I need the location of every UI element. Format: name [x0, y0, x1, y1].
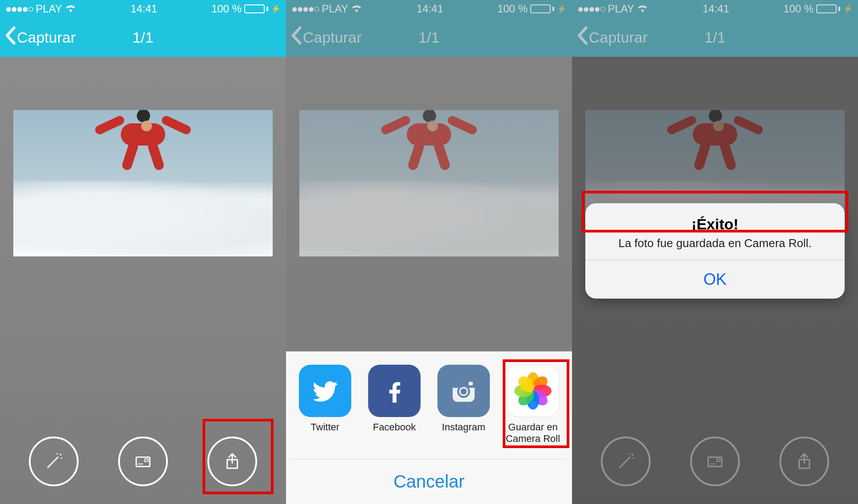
nav-bar: Capturar 1/1 [0, 18, 286, 57]
wifi-icon [351, 3, 362, 15]
battery-pct: 100 % [783, 3, 814, 15]
share-label: Facebook [373, 421, 416, 445]
svg-rect-11 [469, 382, 473, 385]
share-label: Twitter [311, 421, 340, 445]
share-item-instagram[interactable]: Instagram [431, 365, 496, 445]
status-time: 14:41 [417, 3, 443, 15]
carrier-label: PLAY [36, 3, 62, 15]
alert-ok-button[interactable]: OK [585, 260, 845, 299]
battery-icon [530, 4, 554, 13]
battery-pct: 100 % [211, 3, 242, 15]
back-button: Capturar [572, 26, 647, 48]
svg-point-10 [461, 389, 467, 395]
back-label: Capturar [589, 29, 647, 46]
share-button[interactable] [207, 437, 257, 486]
postcard-button[interactable] [118, 437, 168, 486]
screen-2-share-sheet: ●●●●○ PLAY 14:41 100 % ⚡ Capturar 1/1 [286, 0, 572, 504]
chevron-left-icon [576, 26, 588, 48]
nav-bar: Capturar 1/1 [572, 18, 858, 57]
back-button[interactable]: Capturar [0, 26, 75, 48]
captured-photo[interactable] [13, 110, 273, 256]
svg-point-2 [60, 457, 62, 459]
svg-point-1 [56, 453, 58, 454]
share-item-facebook[interactable]: Facebook [362, 365, 427, 445]
screen-3-success-alert: ●●●●○ PLAY 14:41 100 % ⚡ Capturar 1/1 [572, 0, 858, 504]
magic-wand-button[interactable] [29, 437, 79, 486]
share-label: Instagram [442, 421, 485, 445]
twitter-icon [299, 365, 351, 417]
battery-icon [816, 4, 840, 13]
facebook-icon [368, 365, 421, 417]
content-area [0, 57, 286, 504]
signal-dots-icon: ●●●●○ [291, 3, 319, 15]
nav-bar: Capturar 1/1 [286, 18, 572, 57]
chevron-left-icon [4, 26, 16, 48]
back-button: Capturar [286, 26, 361, 48]
bottom-toolbar [0, 437, 286, 486]
share-label: Guardar en Camera Roll [500, 421, 565, 445]
back-label: Capturar [17, 29, 75, 46]
instagram-icon [437, 365, 490, 417]
battery-pct: 100 % [497, 3, 528, 15]
content-area: Twitter Facebook Instagram [286, 57, 572, 504]
share-item-twitter[interactable]: Twitter [293, 365, 358, 445]
share-item-camroll[interactable]: Guardar en Camera Roll [500, 365, 565, 445]
screen-1-preview: ●●●●○ PLAY 14:41 100 % ⚡ Capturar 1/1 [0, 0, 286, 504]
charging-icon: ⚡ [271, 4, 281, 14]
content-area: ¡Éxito! La foto fue guardada en Camera R… [572, 57, 858, 504]
status-bar: ●●●●○ PLAY 14:41 100 % ⚡ [572, 0, 858, 18]
svg-rect-4 [145, 459, 148, 461]
charging-icon: ⚡ [843, 4, 853, 14]
carrier-label: PLAY [608, 3, 634, 15]
alert-message: La foto fue guardada en Camera Roll. [595, 236, 835, 250]
photos-icon [507, 365, 559, 417]
signal-dots-icon: ●●●●○ [5, 3, 33, 15]
share-sheet: Twitter Facebook Instagram [286, 351, 572, 504]
status-bar: ●●●●○ PLAY 14:41 100 % ⚡ [0, 0, 286, 18]
chevron-left-icon [290, 26, 302, 48]
share-cancel-button[interactable]: Cancelar [290, 459, 568, 504]
signal-dots-icon: ●●●●○ [577, 3, 605, 15]
carrier-label: PLAY [322, 3, 348, 15]
wifi-icon [637, 3, 648, 15]
status-time: 14:41 [703, 3, 729, 15]
wifi-icon [65, 3, 76, 15]
success-alert: ¡Éxito! La foto fue guardada en Camera R… [585, 203, 845, 299]
status-bar: ●●●●○ PLAY 14:41 100 % ⚡ [286, 0, 572, 18]
battery-icon [244, 4, 268, 13]
status-time: 14:41 [131, 3, 157, 15]
alert-title: ¡Éxito! [595, 216, 835, 233]
svg-point-0 [60, 454, 61, 456]
back-label: Capturar [303, 29, 361, 46]
charging-icon: ⚡ [557, 4, 567, 14]
